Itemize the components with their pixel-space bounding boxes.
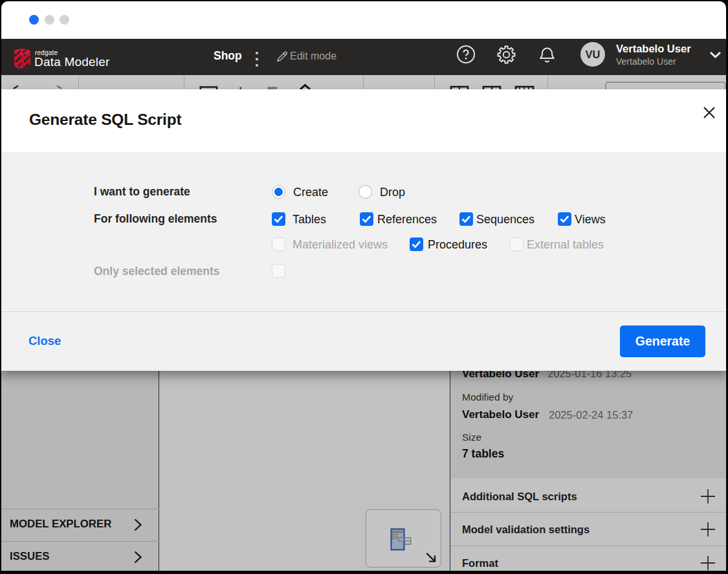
svg-text:Data Modeler: Data Modeler [34, 54, 110, 68]
